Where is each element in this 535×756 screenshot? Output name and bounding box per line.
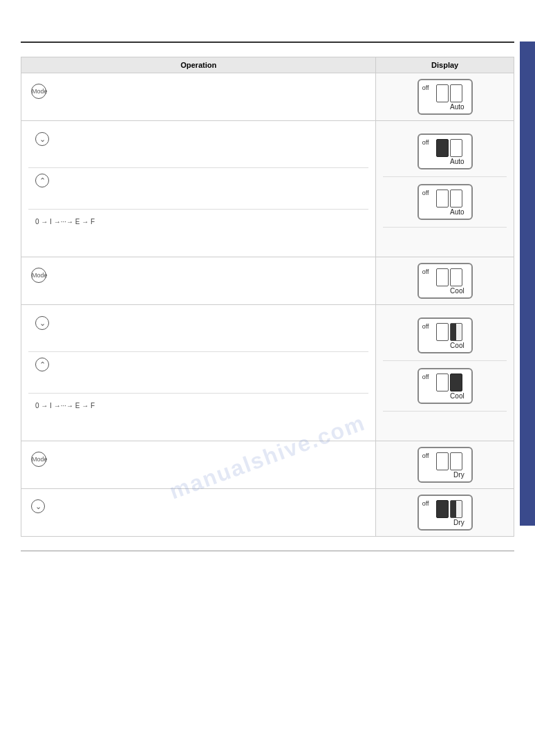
fan-down-icon: ⌄	[35, 316, 49, 330]
lcd-off-label: off	[422, 452, 429, 459]
lcd-mode-label: Cool	[424, 342, 464, 349]
auto-fan-seq-sub: 0 → I →···→ E → F	[28, 210, 368, 251]
cool-mode-content: Mode	[28, 264, 368, 298]
lcd-off-label: off	[422, 323, 429, 330]
lcd-off-label: off	[422, 500, 429, 507]
dry-fan-content: ⌄	[28, 495, 368, 530]
main-table: Operation Display Mode off	[21, 57, 514, 537]
fan-sequence-label: 0 → I →···→ E → F	[35, 402, 362, 409]
auto-fan-seq-display	[383, 228, 507, 251]
lcd-mode-label: Dry	[424, 471, 464, 479]
table-row: Mode off Dry	[21, 441, 514, 489]
lcd-off-label: off	[422, 190, 429, 196]
lcd-digit-2	[450, 500, 462, 518]
lcd-digit-1	[436, 500, 449, 518]
cool-mode-lcd: off Cool	[417, 263, 473, 299]
cool-mode-left-cell: Mode	[21, 257, 376, 305]
mode-icon: Mode	[31, 84, 46, 99]
lcd-off-label: off	[422, 139, 429, 146]
auto-fan-down-sub: ⌄	[28, 127, 368, 168]
bottom-rule	[21, 551, 514, 551]
cool-fan-seq-sub: 0 → I →···→ E → F	[28, 394, 368, 435]
dry-fan-display-cell: off Dry	[376, 489, 514, 537]
cell-row: ⌄	[35, 132, 362, 146]
cool-fan-left-cell: ⌄ ⌃ 0 → I →···→ E → F	[21, 305, 376, 441]
lcd-digit-2	[450, 374, 462, 391]
auto-mode-display-cell: off Auto	[376, 73, 514, 121]
table-row: Mode off Cool	[21, 257, 514, 305]
lcd-digit-2	[450, 139, 462, 157]
auto-fan-up-sub: ⌃	[28, 168, 368, 210]
lcd-digits	[433, 139, 466, 157]
lcd-auto-fan-up: off Auto	[417, 184, 473, 220]
lcd-mode-label: Auto	[424, 158, 464, 165]
lcd-digit-2	[450, 323, 462, 341]
cool-fan-up-sub: ⌃	[28, 352, 368, 394]
dry-fan-lcd: off Dry	[417, 495, 473, 531]
table-row: ⌄ ⌃ 0 → I →···→ E → F	[21, 305, 514, 441]
table-row: Mode off Auto	[21, 73, 514, 121]
lcd-cool-fan-down: off Cool	[417, 317, 473, 353]
lcd-digit-1	[436, 268, 449, 286]
dry-mode-left-cell: Mode	[21, 441, 376, 489]
lcd-digits	[433, 323, 466, 341]
lcd-auto-fan-down: off Auto	[417, 133, 473, 169]
lcd-digits	[433, 500, 466, 518]
cool-fan-seq-display	[383, 412, 507, 435]
auto-mode-lcd: off Auto	[417, 79, 473, 115]
lcd-digits	[433, 190, 466, 208]
cool-fan-up-display: off Cool	[383, 361, 507, 412]
dry-mode-lcd: off Dry	[417, 447, 473, 483]
auto-mode-left-cell: Mode	[21, 73, 376, 121]
top-rule	[21, 42, 514, 43]
lcd-digit-1	[436, 84, 449, 102]
lcd-digits	[433, 84, 466, 102]
lcd-digit-1	[436, 452, 449, 470]
cell-row: ⌄	[35, 316, 362, 330]
auto-fan-left-cell: ⌄ ⌃ 0 → I →···→ E → F	[21, 121, 376, 257]
lcd-cool-fan-up: off Cool	[417, 368, 473, 404]
table-header: Operation Display	[21, 57, 514, 73]
lcd-digit-2	[450, 268, 462, 286]
lcd-off-label: off	[422, 268, 429, 275]
cool-mode-display-cell: off Cool	[376, 257, 514, 305]
lcd-digit-1	[436, 374, 449, 391]
lcd-digit-1	[436, 323, 449, 341]
lcd-mode-label: Auto	[424, 208, 464, 216]
cell-row: ⌃	[35, 174, 362, 187]
dry-mode-display-cell: off Dry	[376, 441, 514, 489]
lcd-mode-label: Cool	[424, 287, 464, 295]
right-sidebar	[520, 42, 535, 526]
lcd-mode-label: Auto	[424, 103, 464, 111]
lcd-digit-2	[450, 190, 462, 208]
dry-mode-content: Mode	[28, 448, 368, 482]
lcd-digits	[433, 268, 466, 286]
lcd-digits	[433, 452, 466, 470]
page-container: manualshive.com Operation Display Mode o…	[0, 42, 535, 756]
fan-down-icon: ⌄	[35, 132, 49, 146]
lcd-mode-label: Dry	[424, 519, 464, 526]
fan-sequence-label: 0 → I →···→ E → F	[35, 218, 362, 225]
lcd-digits	[433, 374, 466, 391]
cool-fan-display-cell: off Cool off	[376, 305, 514, 441]
lcd-off-label: off	[422, 374, 429, 380]
header-display: Display	[376, 57, 514, 73]
lcd-mode-label: Cool	[424, 392, 464, 400]
mode-icon: Mode	[31, 452, 46, 467]
lcd-digit-2	[450, 84, 462, 102]
fan-up-icon: ⌃	[35, 174, 49, 187]
cool-fan-down-display: off Cool	[383, 311, 507, 361]
auto-fan-up-display: off Auto	[383, 177, 507, 228]
lcd-digit-1	[436, 190, 449, 208]
auto-fan-display-cell: off Auto off	[376, 121, 514, 257]
table-row: ⌄ off Dry	[21, 489, 514, 537]
header-operation: Operation	[21, 57, 376, 73]
auto-fan-down-display: off Auto	[383, 127, 507, 177]
lcd-digit-1	[436, 139, 449, 157]
fan-up-icon: ⌃	[35, 358, 49, 371]
lcd-off-label: off	[422, 84, 429, 91]
cell-row: ⌃	[35, 358, 362, 371]
lcd-digit-2	[450, 452, 462, 470]
mode-icon: Mode	[31, 268, 46, 283]
fan-down-icon: ⌄	[31, 499, 45, 513]
